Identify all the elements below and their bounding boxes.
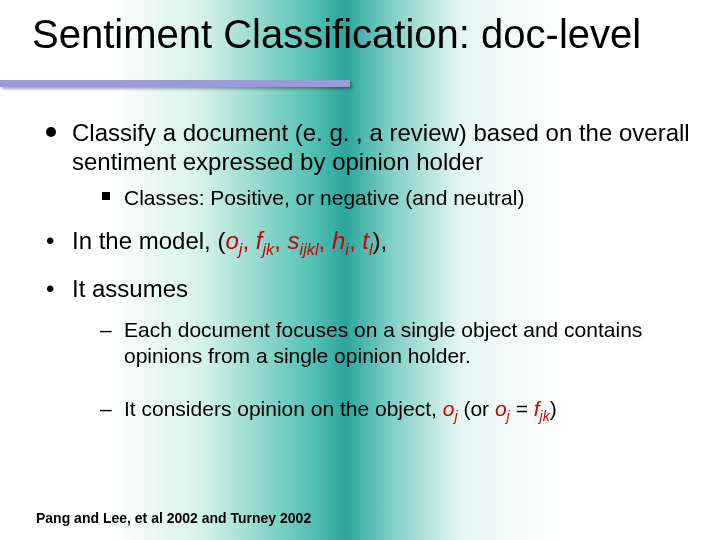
var-oj: oj xyxy=(225,227,242,254)
bullet-3-text: It assumes xyxy=(72,275,188,302)
title-underline xyxy=(0,80,350,87)
bullet-3-sub-1: Each document focuses on a single object… xyxy=(100,317,692,368)
var-tl: tl xyxy=(362,227,372,254)
v4: h xyxy=(332,227,345,254)
c3: , xyxy=(319,227,332,254)
bullet-1-sub-1-lead: Classes: xyxy=(124,186,205,209)
v5: t xyxy=(362,227,369,254)
slide: Sentiment Classification: doc-level Clas… xyxy=(0,0,720,540)
s2: jk xyxy=(262,240,274,258)
bullet-1-sublist: Classes: Positive, or negative (and neut… xyxy=(72,185,692,211)
bullet-3-sublist: Each document focuses on a single object… xyxy=(72,317,692,426)
var-oj-3: oj xyxy=(495,397,510,420)
bullet-list: Classify a document (e. g. , a review) b… xyxy=(42,118,692,426)
bullet-3-sub-1-text: Each document focuses on a single object… xyxy=(124,318,642,367)
c4: , xyxy=(349,227,362,254)
b3s2-mid: (or xyxy=(458,397,495,420)
bullet-3: It assumes Each document focuses on a si… xyxy=(42,274,692,426)
bullet-2: In the model, (oj, fjk, sijkl, hi, tl), xyxy=(42,226,692,260)
title-sub: : doc-level xyxy=(459,12,641,56)
b3s2-end: ) xyxy=(550,397,557,420)
content: Classify a document (e. g. , a review) b… xyxy=(42,118,692,436)
bullet-3-sub-2: It considers opinion on the object, oj (… xyxy=(100,396,692,426)
var-fjk-2: fjk xyxy=(534,397,550,420)
var-oj-2: oj xyxy=(443,397,458,420)
v3: s xyxy=(288,227,300,254)
var-hi: hi xyxy=(332,227,349,254)
b3v1: o xyxy=(443,397,455,420)
b3s2-eq: = xyxy=(510,397,534,420)
c2: , xyxy=(274,227,287,254)
b3s3: jk xyxy=(540,409,550,425)
footer-citation: Pang and Lee, et al 2002 and Turney 2002 xyxy=(36,510,311,526)
bullet-2-prefix: In the model, ( xyxy=(72,227,225,254)
bullet-1-sub-1-rest: Positive, or negative (and neutral) xyxy=(205,186,525,209)
bullet-2-suffix: ), xyxy=(373,227,388,254)
c1: , xyxy=(242,227,255,254)
var-sijkl: sijkl xyxy=(288,227,319,254)
bullet-1-sub-1: Classes: Positive, or negative (and neut… xyxy=(100,185,692,211)
b3v2: o xyxy=(495,397,507,420)
b3s2-prefix: It considers opinion on the object, xyxy=(124,397,443,420)
title-block: Sentiment Classification: doc-level xyxy=(32,12,704,57)
var-fjk: fjk xyxy=(256,227,274,254)
s3: ijkl xyxy=(300,240,319,258)
bullet-1-lead: Classify a document xyxy=(72,119,288,146)
v1: o xyxy=(225,227,238,254)
title-main: Sentiment Classification xyxy=(32,12,459,56)
bullet-1: Classify a document (e. g. , a review) b… xyxy=(42,118,692,210)
